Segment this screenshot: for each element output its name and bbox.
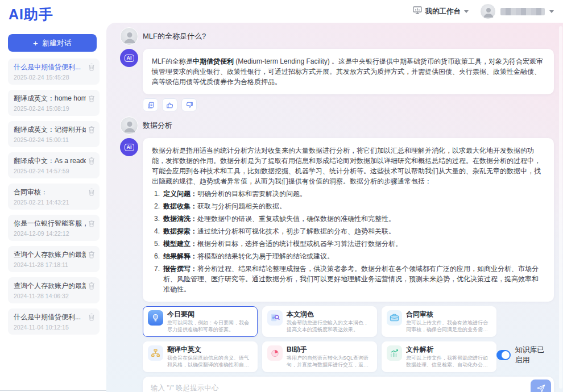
user-name-redacted — [500, 8, 545, 15]
plus-icon: + — [33, 39, 38, 47]
knowledge-base-toggle[interactable] — [496, 350, 511, 360]
capability-card-bi-assistant[interactable]: BI助手 将用户的自然语言转化为SQL查询语句，并直接与数据库进行交互，返回智能… — [262, 341, 377, 372]
briefcase-icon — [387, 310, 402, 326]
document-magnifier-icon — [267, 310, 283, 326]
sidebar: AI助手 + 新建对话 什么是中期借贷便利... 2025-02-24 15:4… — [0, 0, 106, 392]
step-item: 3.数据清洗：处理数据中的错误、重复或缺失值，确保数据的准确性和完整性。 — [154, 214, 545, 224]
user-message-text: 数据分析 — [143, 120, 172, 131]
app-logo: AI助手 — [0, 0, 106, 26]
delete-icon[interactable] — [88, 157, 95, 165]
top-bar: 我的工作台 — [106, 0, 563, 23]
ai-message-card: MLF的全称是中期借贷便利 (Medium-term Lending Facil… — [143, 49, 554, 94]
delete-icon[interactable] — [88, 188, 95, 196]
chevron-down-icon — [549, 10, 554, 13]
thumbs-up-button[interactable] — [162, 98, 177, 111]
translate-icon — [148, 345, 163, 361]
capability-card-today-news[interactable]: 今日要闻 您可以问我，例如：今日要闻，我会尽力提供准确和可靠的答案。 — [143, 306, 258, 337]
app-window: AI助手 + 新建对话 什么是中期借贷便利... 2025-02-24 15:4… — [0, 0, 563, 392]
capability-card-translate[interactable]: 翻译中英文 我会旨在保留原始信息的含义、语气和风格，以确保翻译的准确性和自然流畅… — [143, 341, 258, 372]
pie-chart-icon — [267, 345, 283, 361]
step-item: 6.结果解释：将模型的结果转化为易于理解的结论或建议。 — [154, 251, 545, 261]
message-input[interactable] — [151, 384, 531, 392]
history-item[interactable]: 翻译成英文：home home 2025-02-24 15:08:19 — [8, 90, 100, 116]
ai-text: MLF的全称是 — [152, 57, 193, 65]
step-item: 4.数据探索：通过统计分析和可视化技术，初步了解数据的分布、趋势和关联。 — [154, 226, 545, 236]
message-input-bar — [143, 377, 554, 392]
delete-icon[interactable] — [88, 282, 95, 290]
monitor-icon — [413, 6, 422, 16]
send-button[interactable] — [531, 380, 551, 392]
delete-icon[interactable] — [88, 313, 95, 321]
history-item[interactable]: 查询个人存款账户的最新... 2024-11-28 14:06:32 — [8, 277, 100, 303]
capability-card-contract-review[interactable]: 合同审核 您可以上传文件、我会有效地进行合同审核，确保合同满足您的业务需求。 — [382, 306, 496, 337]
workspace-menu[interactable]: 我的工作台 — [413, 6, 469, 16]
ai-text-bold: 中期借贷便利 — [193, 57, 234, 65]
step-item: 7.报告撰写：将分析过程、结果和结论整理成报告，供决策者参考。数据分析在各个领域… — [154, 264, 545, 294]
sidebar-bottom-divider — [0, 390, 106, 391]
delete-icon[interactable] — [88, 219, 95, 227]
delete-icon[interactable] — [88, 63, 95, 71]
capability-cards: 今日要闻 您可以问我，例如：今日要闻，我会尽力提供准确和可靠的答案。 本文润色 … — [143, 306, 496, 372]
ai-avatar: AI — [120, 49, 138, 67]
ai-message: AI MLF的全称是中期借贷便利 (Medium-term Lending Fa… — [120, 49, 554, 94]
bottom-block: 今日要闻 您可以问我，例如：今日要闻，我会尽力提供准确和可靠的答案。 本文润色 … — [143, 306, 554, 392]
knowledge-base-label: 知识库已启用 — [515, 345, 547, 365]
chevron-down-icon — [464, 10, 469, 13]
message-actions — [143, 98, 554, 111]
history-item[interactable]: 翻译成英文：记得刚开始... 2025-02-24 15:00:11 — [8, 121, 100, 147]
thumbs-down-button[interactable] — [181, 98, 197, 111]
lightbulb-icon — [148, 310, 163, 326]
capability-card-file-parse[interactable]: 文件解析 您可以上传文件，我将帮助您进行如数据处理、信息检索、自动化办公等。 — [382, 341, 496, 372]
copy-button[interactable] — [143, 98, 158, 111]
step-item: 1.定义问题：明确分析的目标和需要解决的问题。 — [154, 189, 545, 199]
conversation-history-list: 什么是中期借贷便利... 2025-02-24 15:45:28 翻译成英文：h… — [0, 57, 106, 335]
user-message-text: MLF的全称是什么? — [143, 31, 206, 41]
user-avatar — [120, 27, 138, 45]
delete-icon[interactable] — [88, 251, 95, 258]
ai-text: 数据分析是指用适当的统计分析方法对收集来的大量数据进行分析，将它们加以汇总和理解… — [152, 145, 545, 186]
delete-icon[interactable] — [88, 94, 95, 102]
history-item[interactable]: 翻译成中文：As a reader... 2025-02-24 14:57:59 — [8, 152, 100, 178]
history-item[interactable]: 什么是中期借贷便利... 2024-11-04 10:12:15 — [8, 308, 100, 335]
step-item: 5.模型建立：根据分析目标，选择合适的统计模型或机器学习算法进行数据分析。 — [154, 239, 545, 249]
ai-message: AI 数据分析是指用适当的统计分析方法对收集来的大量数据进行分析，将它们加以汇总… — [120, 138, 554, 302]
user-menu[interactable] — [480, 3, 554, 19]
workspace-label: 我的工作台 — [425, 7, 461, 16]
history-item[interactable]: 合同审核： 2025-02-21 14:43:21 — [8, 184, 100, 210]
history-item[interactable]: 什么是中期借贷便利... 2025-02-24 15:45:28 — [8, 59, 100, 85]
capability-card-text-polish[interactable]: 本文润色 我会帮助您进行您输入的文本润色，提高文本的流畅度和表达效果。 — [262, 306, 377, 337]
new-chat-button[interactable]: + 新建对话 — [8, 34, 97, 52]
user-avatar — [480, 3, 496, 19]
chart-arrow-icon — [387, 345, 402, 361]
main-panel: 我的工作台 MLF的全称是什么? AI — [106, 0, 563, 392]
chat-area: MLF的全称是什么? AI MLF的全称是中期借贷便利 (Medium-term… — [106, 23, 563, 392]
delete-icon[interactable] — [88, 126, 95, 134]
user-message: MLF的全称是什么? — [120, 27, 554, 45]
step-item: 2.数据收集：获取与分析问题相关的数据。 — [154, 201, 545, 211]
steps-list: 1.定义问题：明确分析的目标和需要解决的问题。 2.数据收集：获取与分析问题相关… — [154, 189, 545, 294]
scrollbar[interactable] — [559, 26, 562, 389]
history-item[interactable]: 查询个人存款账户的最新... 2024-11-28 17:18:11 — [8, 246, 100, 272]
ai-message-card: 数据分析是指用适当的统计分析方法对收集来的大量数据进行分析，将它们加以汇总和理解… — [143, 138, 554, 302]
new-chat-label: 新建对话 — [42, 38, 72, 48]
history-item[interactable]: 你是一位银行智能客服，... 2024-12-09 14:22:12 — [8, 215, 100, 241]
user-message: 数据分析 — [120, 116, 554, 135]
user-avatar — [120, 116, 138, 135]
ai-avatar: AI — [120, 138, 138, 156]
knowledge-base-toggle-group: 知识库已启用 — [496, 345, 554, 372]
